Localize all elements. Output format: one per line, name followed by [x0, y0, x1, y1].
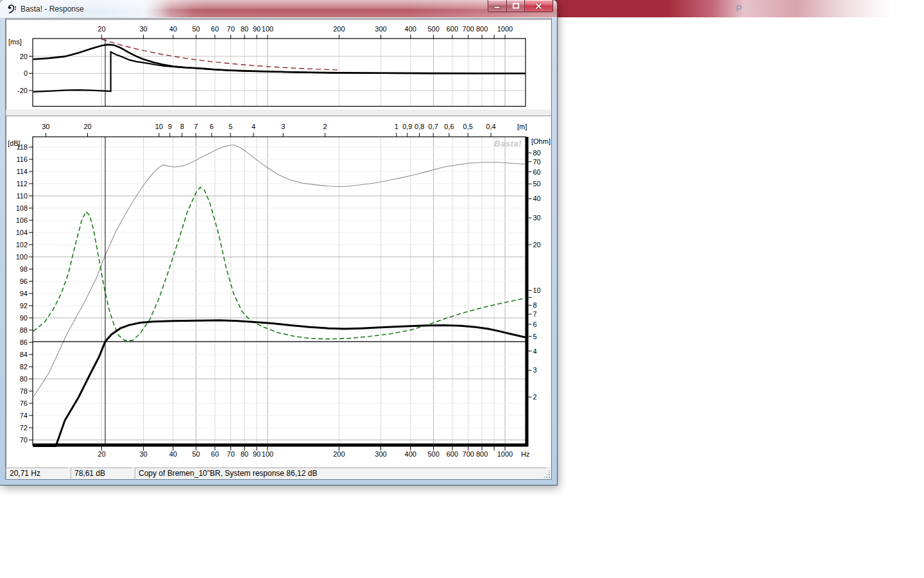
tick-label: 6: [533, 320, 537, 328]
axis-spine: [526, 137, 529, 447]
tick-label: 20: [533, 241, 541, 249]
bass-clef-icon: [7, 4, 17, 14]
watermark: Basta!: [494, 139, 522, 148]
tick-label: 0: [24, 69, 28, 77]
tick-label: 1000: [497, 450, 513, 458]
tick-label: 94: [20, 290, 28, 297]
tick-label: 800: [476, 450, 488, 458]
tick-label: 4: [252, 123, 255, 130]
m-axis-unit: [m]: [517, 123, 527, 130]
tick-label: 40: [169, 25, 177, 33]
tick-label: 108: [16, 204, 28, 212]
tick-label: 5: [228, 123, 232, 130]
guideline-dashed-red: [101, 39, 339, 70]
tick-label: 8: [533, 301, 537, 309]
tick-label: 0,4: [486, 123, 495, 130]
tick-label: 88: [20, 326, 28, 334]
maximize-button[interactable]: [506, 0, 525, 12]
tick-label: 700: [463, 450, 474, 458]
tick-label: 20: [98, 450, 105, 458]
tick-label: 600: [447, 25, 458, 33]
tick-label: 86: [20, 338, 28, 346]
tick-label: 400: [405, 25, 416, 33]
close-icon: [535, 3, 543, 10]
minimize-icon: [493, 3, 501, 9]
tick-label: 500: [427, 450, 439, 458]
ms-axis-unit: [ms]: [8, 38, 22, 46]
minimize-button[interactable]: [488, 0, 507, 12]
titlebar[interactable]: Basta! - Response: [0, 0, 557, 18]
tick-label: 300: [375, 25, 386, 33]
plot-frame: [33, 137, 526, 445]
db-axis-unit: [dB]: [8, 139, 21, 147]
background-p-glyph: P: [736, 3, 742, 13]
hz-axis-unit: Hz: [521, 450, 529, 458]
tick-label: 50: [192, 25, 200, 33]
tick-label: -20: [17, 87, 28, 94]
tick-label: 110: [16, 192, 28, 200]
tick-label: 3: [533, 366, 537, 374]
tick-label: 80: [241, 450, 248, 458]
tick-label: 90: [253, 450, 261, 458]
tick-label: 20: [83, 123, 91, 130]
tick-label: 60: [533, 168, 541, 176]
tick-label: 60: [211, 450, 219, 458]
ohm-axis-unit: [Ohm]: [531, 137, 551, 145]
tick-label: 0,5: [463, 123, 473, 130]
close-button[interactable]: [524, 0, 553, 12]
tick-label: 50: [192, 450, 200, 458]
tick-label: 84: [20, 351, 28, 358]
tick-label: 104: [16, 229, 28, 236]
tick-label: 4: [533, 347, 537, 355]
tick-label: 102: [16, 241, 28, 249]
tick-label: 200: [333, 450, 345, 458]
tick-label: 96: [20, 277, 28, 285]
response-panel: 3020109876543210,90,80,70,60,50,42030405…: [6, 116, 551, 468]
status-cursor-level: 78,61 dB: [71, 468, 133, 479]
tick-label: 10: [155, 123, 163, 130]
tick-label: 500: [427, 25, 439, 33]
status-message: Copy of Bremen_10"BR, System response 86…: [135, 468, 547, 479]
tick-label: 100: [16, 253, 28, 261]
tick-label: 0,7: [429, 123, 438, 130]
tick-label: 76: [20, 399, 28, 407]
tick-label: 5: [533, 333, 537, 340]
tick-label: 70: [227, 450, 235, 458]
tick-label: 80: [20, 375, 28, 383]
tick-label: 20: [98, 25, 105, 33]
tick-label: 700: [463, 25, 474, 33]
tick-label: 1: [395, 123, 398, 130]
tick-label: 20: [20, 53, 28, 60]
tick-label: 78: [20, 387, 28, 395]
tick-label: 90: [20, 314, 28, 322]
tick-label: 106: [16, 216, 28, 224]
tick-label: 92: [20, 302, 28, 310]
tick-label: 60: [211, 25, 219, 33]
tick-label: 300: [375, 450, 386, 458]
tick-label: 116: [16, 155, 28, 163]
caption-buttons: [488, 0, 553, 12]
tick-label: 70: [227, 25, 235, 33]
tick-label: 74: [20, 412, 28, 419]
tick-label: 0,6: [444, 123, 454, 130]
tick-label: 30: [139, 25, 147, 33]
tick-label: 100: [262, 25, 273, 33]
group-delay-chart[interactable]: 2030405060708090100200300400500600700800…: [6, 20, 551, 109]
window-frame-body: 2030405060708090100200300400500600700800…: [0, 18, 557, 485]
tick-label: 7: [533, 310, 537, 318]
tick-label: 0,9: [402, 123, 412, 130]
tick-label: 90: [253, 25, 261, 33]
basta-response-window: Basta! - Response 2030405060708090100200…: [0, 0, 557, 485]
tick-label: 30: [42, 123, 49, 130]
tick-label: 400: [405, 450, 416, 458]
tick-label: 80: [533, 149, 541, 157]
tick-label: 82: [20, 363, 28, 371]
tick-label: 1000: [497, 25, 513, 33]
tick-label: 30: [139, 450, 147, 458]
client-area: 2030405060708090100200300400500600700800…: [5, 18, 552, 480]
window-title: Basta! - Response: [21, 4, 84, 13]
tick-label: 112: [16, 180, 28, 188]
tick-label: 50: [533, 180, 541, 188]
tick-label: 40: [533, 195, 541, 202]
response-chart[interactable]: 3020109876543210,90,80,70,60,50,42030405…: [6, 116, 551, 466]
